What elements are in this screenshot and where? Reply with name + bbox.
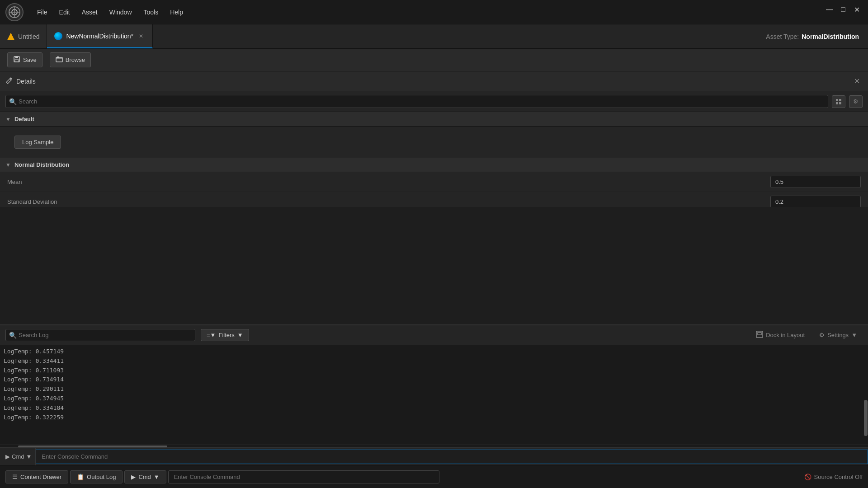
log-line-2: LogTemp: 0.334411 — [4, 357, 864, 366]
details-title: Details — [16, 78, 848, 85]
svg-rect-8 — [57, 56, 59, 58]
warning-icon — [7, 33, 14, 40]
default-chevron-icon: ▼ — [5, 116, 11, 122]
svg-rect-5 — [15, 56, 18, 58]
asset-type-value: NormalDistribution — [802, 33, 859, 40]
normal-dist-section-title: Normal Distribution — [14, 161, 69, 168]
menu-asset[interactable]: Asset — [77, 7, 102, 18]
browse-icon — [56, 56, 63, 64]
cmd-chevron-icon: ▼ — [26, 453, 32, 460]
details-settings-icon[interactable]: ⚙ — [849, 95, 863, 108]
log-line-3: LogTemp: 0.711093 — [4, 366, 864, 375]
cmd-label-text: Cmd — [12, 453, 24, 460]
svg-rect-7 — [56, 57, 62, 62]
tab-new-normal-distribution[interactable]: NewNormalDistribution* ✕ — [47, 24, 153, 48]
default-section-content: Log Sample — [0, 127, 868, 158]
svg-rect-10 — [839, 99, 841, 101]
details-search-icon: 🔍 — [9, 98, 17, 105]
dock-label: Dock in Layout — [766, 332, 805, 338]
log-sample-button[interactable]: Log Sample — [14, 136, 61, 149]
log-settings-chevron-icon: ▼ — [851, 332, 857, 338]
source-control-icon: 🚫 — [804, 474, 811, 480]
window-controls: — □ ✕ — [826, 5, 861, 14]
menu-tools[interactable]: Tools — [139, 7, 163, 18]
log-settings-label: Settings — [827, 332, 849, 338]
save-icon — [13, 56, 20, 64]
svg-rect-14 — [758, 333, 761, 335]
menu-help[interactable]: Help — [165, 7, 188, 18]
log-horizontal-scrollbar[interactable] — [0, 445, 868, 447]
content-drawer-label: Content Drawer — [20, 474, 61, 480]
cmd-dropdown[interactable]: ▶ Cmd ▼ — [0, 448, 36, 465]
mean-label: Mean — [7, 178, 770, 185]
output-log-button[interactable]: 📋 Output Log — [70, 470, 123, 483]
std-dev-input[interactable] — [770, 196, 861, 207]
log-filters-button[interactable]: ≡▼ Filters ▼ — [201, 329, 249, 341]
log-line-5: LogTemp: 0.290111 — [4, 385, 864, 394]
log-line-7: LogTemp: 0.334184 — [4, 404, 864, 413]
mean-row: Mean — [0, 172, 868, 192]
bottom-cmd-icon: ▶ — [131, 474, 136, 480]
output-log-label: Output Log — [87, 474, 116, 480]
menu-file[interactable]: File — [33, 7, 52, 18]
svg-rect-13 — [756, 331, 763, 338]
pencil-icon — [5, 77, 13, 85]
properties-area: ▼ Default Log Sample ▼ Normal Distributi… — [0, 112, 868, 207]
cmd-bar: ▶ Cmd ▼ — [0, 447, 868, 465]
dock-in-layout-button[interactable]: Dock in Layout — [750, 328, 810, 342]
details-close-button[interactable]: ✕ — [851, 76, 863, 86]
menu-window[interactable]: Window — [105, 7, 137, 18]
bottom-bar: ☰ Content Drawer 📋 Output Log ▶ Cmd ▼ 🚫 … — [0, 465, 868, 488]
details-search-bar: 🔍 ⚙ — [0, 91, 868, 112]
browse-label: Browse — [66, 56, 85, 63]
std-dev-label: Standard Deviation — [7, 198, 770, 205]
content-drawer-icon: ☰ — [12, 474, 18, 480]
tab-untitled[interactable]: Untitled — [0, 24, 47, 48]
source-control-display: 🚫 Source Control Off — [804, 474, 863, 480]
normal-dist-section-content: Mean Standard Deviation — [0, 172, 868, 207]
save-button[interactable]: Save — [7, 52, 42, 67]
bottom-console-input[interactable] — [168, 470, 439, 483]
distribution-icon — [54, 32, 62, 40]
menu-edit[interactable]: Edit — [55, 7, 75, 18]
cmd-console-input[interactable] — [36, 450, 868, 464]
svg-rect-11 — [836, 102, 838, 104]
details-grid-icon[interactable] — [832, 95, 845, 108]
details-header: Details ✕ — [0, 71, 868, 91]
content-drawer-button[interactable]: ☰ Content Drawer — [5, 470, 68, 483]
log-search-input[interactable] — [5, 329, 195, 341]
log-vertical-scrollbar[interactable] — [863, 345, 868, 445]
log-search-icon: 🔍 — [9, 332, 17, 339]
svg-rect-12 — [839, 102, 841, 104]
log-vertical-scrollbar-thumb[interactable] — [864, 400, 868, 436]
tab-untitled-label: Untitled — [18, 33, 39, 40]
title-bar: File Edit Asset Window Tools Help — □ ✕ — [0, 0, 868, 24]
log-header: 🔍 ≡▼ Filters ▼ Dock in Layout ⚙ Settings — [0, 325, 868, 345]
details-panel: Details ✕ 🔍 ⚙ ▼ Default Log Sample — [0, 71, 868, 207]
tab-close-button[interactable]: ✕ — [137, 32, 145, 40]
bottom-cmd-button[interactable]: ▶ Cmd ▼ — [124, 470, 166, 483]
menu-bar: File Edit Asset Window Tools Help — [33, 7, 188, 18]
output-log-panel: 🔍 ≡▼ Filters ▼ Dock in Layout ⚙ Settings — [0, 324, 868, 465]
std-dev-row: Standard Deviation — [0, 192, 868, 207]
tab-active-label: NewNormalDistribution* — [66, 33, 133, 40]
log-content: LogTemp: 0.457149 LogTemp: 0.334411 LogT… — [0, 345, 868, 445]
cmd-prompt-icon: ▶ — [5, 453, 10, 460]
normal-dist-section-header[interactable]: ▼ Normal Distribution — [0, 158, 868, 172]
details-search-input[interactable] — [5, 95, 828, 108]
minimize-button[interactable]: — — [826, 5, 834, 14]
asset-type-display: Asset Type: NormalDistribution — [766, 24, 868, 48]
browse-button[interactable]: Browse — [50, 52, 91, 67]
log-horizontal-scrollbar-thumb[interactable] — [18, 446, 167, 447]
tab-bar: Untitled NewNormalDistribution* ✕ Asset … — [0, 24, 868, 49]
default-section-header[interactable]: ▼ Default — [0, 112, 868, 127]
mean-input[interactable] — [770, 176, 861, 188]
toolbar: Save Browse — [0, 49, 868, 71]
bottom-cmd-chevron-icon: ▼ — [154, 474, 160, 480]
log-settings-button[interactable]: ⚙ Settings ▼ — [814, 329, 863, 341]
log-settings-icon: ⚙ — [819, 332, 825, 338]
log-line-4: LogTemp: 0.734914 — [4, 375, 864, 385]
log-line-6: LogTemp: 0.374945 — [4, 394, 864, 404]
maximize-button[interactable]: □ — [839, 5, 847, 14]
close-button[interactable]: ✕ — [853, 5, 861, 14]
